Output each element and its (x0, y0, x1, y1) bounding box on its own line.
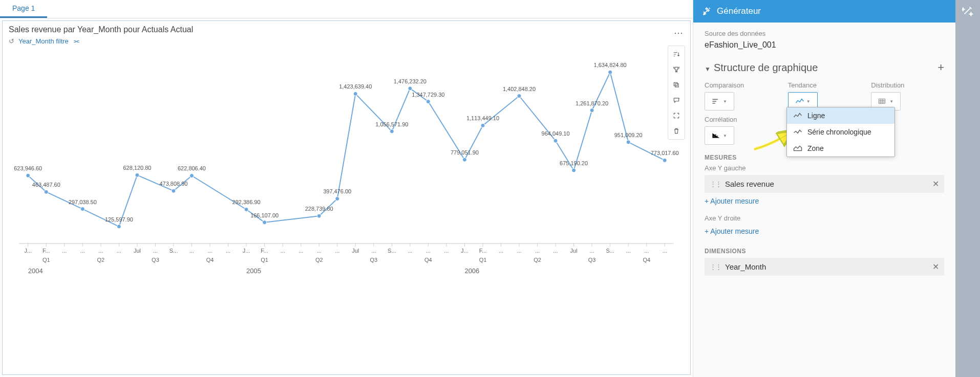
svg-point-37 (517, 94, 521, 98)
grid-icon (878, 98, 887, 105)
trend-dropdown: Ligne Série chronologique Zone (786, 107, 895, 157)
grip-icon: ⋮⋮ (710, 180, 721, 188)
axis-right-label: Axe Y droite (705, 214, 944, 222)
panel-content: Source des données eFashion_Live_001 ▼St… (693, 23, 955, 377)
svg-text:1,347,729.30: 1,347,729.30 (412, 92, 444, 98)
svg-text:...: ... (535, 248, 540, 254)
svg-text:J...: J... (24, 248, 32, 254)
svg-point-7 (80, 207, 84, 211)
svg-text:1,402,848.20: 1,402,848.20 (503, 86, 536, 92)
svg-text:Q4: Q4 (643, 257, 650, 263)
main-canvas: Page 1 Sales revenue par Year_Month pour… (0, 0, 693, 377)
tab-page-1[interactable]: Page 1 (0, 0, 47, 18)
svg-point-47 (626, 140, 630, 144)
svg-text:...: ... (189, 248, 194, 254)
svg-text:...: ... (317, 248, 322, 254)
svg-point-27 (390, 129, 394, 134)
svg-text:1,261,870.20: 1,261,870.20 (576, 100, 608, 106)
svg-text:...: ... (98, 248, 103, 254)
svg-text:Q3: Q3 (370, 257, 377, 263)
svg-text:...: ... (62, 248, 67, 254)
svg-text:628,120.80: 628,120.80 (123, 165, 151, 171)
chart-filter-row: ↺ Year_Month filtre ⫘ (9, 37, 684, 45)
caret-down-icon: ▼ (705, 65, 711, 73)
svg-point-23 (335, 196, 339, 201)
area-chart-icon (793, 145, 802, 152)
measure-chip[interactable]: ⋮⋮ Sales revenue ✕ (705, 175, 944, 193)
chart-plot: 623,946.60463,487.60297,038.50125,597.90… (9, 45, 684, 291)
magic-wand-icon (962, 5, 973, 16)
back-icon[interactable]: ↺ (9, 37, 14, 45)
timeseries-icon (793, 128, 802, 136)
svg-text:964,049.10: 964,049.10 (542, 130, 570, 137)
dimension-chip[interactable]: ⋮⋮ Year_Month ✕ (705, 258, 944, 276)
chart-filter-label[interactable]: Year_Month filtre (18, 37, 69, 45)
svg-point-41 (572, 168, 576, 172)
struct-label-distribution: Distribution (871, 81, 944, 89)
svg-text:J...: J... (243, 248, 250, 254)
svg-point-45 (608, 70, 612, 74)
svg-text:...: ... (80, 248, 85, 254)
svg-rect-139 (879, 99, 885, 104)
line-chart-svg: 623,946.60463,487.60297,038.50125,597.90… (9, 45, 684, 291)
dimensions-heading: DIMENSIONS (705, 248, 944, 255)
chart-more-button[interactable]: ⋯ (674, 27, 683, 38)
structure-grid: Comparaison ▼ Tendance ▼ Distribution (705, 81, 944, 145)
dropdown-item-timeseries[interactable]: Série chronologique (787, 124, 894, 140)
add-measure-right-link[interactable]: + Ajouter mesure (705, 227, 759, 235)
svg-text:2004: 2004 (28, 267, 43, 275)
svg-text:...: ... (281, 248, 285, 254)
svg-point-35 (481, 123, 485, 127)
struct-btn-correlation[interactable]: ▼ (705, 126, 734, 145)
svg-point-11 (135, 173, 139, 177)
svg-point-9 (117, 225, 121, 229)
remove-dimension-button[interactable]: ✕ (932, 262, 939, 272)
svg-text:1,476,232.20: 1,476,232.20 (394, 78, 427, 84)
tools-icon (701, 6, 712, 16)
svg-point-49 (663, 158, 667, 162)
svg-text:...: ... (517, 248, 521, 254)
page-tabs: Page 1 (0, 0, 693, 18)
svg-text:397,476.00: 397,476.00 (323, 188, 351, 194)
dropdown-item-area[interactable]: Zone (787, 140, 894, 157)
svg-text:Q4: Q4 (424, 257, 432, 263)
svg-text:Jul: Jul (352, 248, 359, 254)
svg-text:Q1: Q1 (479, 257, 487, 263)
struct-btn-comparison[interactable]: ▼ (705, 92, 734, 110)
add-measure-left-link[interactable]: + Ajouter mesure (705, 197, 759, 205)
chart-title: Sales revenue par Year_Month pour Actual… (9, 25, 684, 34)
svg-point-3 (26, 173, 30, 178)
panel-collapse-strip[interactable] (955, 0, 980, 377)
svg-text:1,634,824.80: 1,634,824.80 (594, 62, 627, 68)
svg-text:...: ... (644, 248, 649, 254)
struct-label-comparison: Comparaison (705, 81, 778, 89)
svg-point-33 (462, 158, 466, 162)
svg-text:2005: 2005 (246, 267, 261, 275)
svg-text:Q2: Q2 (534, 257, 541, 263)
svg-text:...: ... (117, 248, 121, 254)
svg-point-140 (713, 136, 714, 137)
svg-text:622,806.40: 622,806.40 (178, 165, 206, 171)
svg-point-13 (172, 189, 176, 193)
source-value[interactable]: eFashion_Live_001 (705, 40, 944, 50)
chart-widget[interactable]: Sales revenue par Year_Month pour Actual… (2, 20, 691, 375)
builder-panel: Générateur Source des données eFashion_L… (693, 0, 980, 377)
section-structure-title[interactable]: ▼Structure de graphique (705, 62, 818, 74)
svg-text:F...: F... (479, 248, 487, 254)
svg-text:125,597.90: 125,597.90 (105, 216, 133, 223)
svg-text:...: ... (553, 248, 558, 254)
svg-text:779,051.90: 779,051.90 (451, 149, 479, 156)
svg-text:228,739.80: 228,739.80 (305, 206, 333, 212)
svg-text:S...: S... (388, 248, 396, 254)
svg-text:1,423,639.40: 1,423,639.40 (339, 83, 372, 90)
add-structure-button[interactable]: + (938, 61, 944, 74)
dropdown-item-line[interactable]: Ligne (787, 107, 894, 124)
remove-measure-button[interactable]: ✕ (932, 179, 939, 189)
grip-icon: ⋮⋮ (710, 263, 721, 271)
svg-point-39 (553, 139, 558, 143)
svg-point-17 (244, 207, 248, 211)
link-icon[interactable]: ⫘ (73, 37, 79, 45)
svg-point-25 (353, 92, 357, 96)
svg-text:Jul: Jul (134, 248, 141, 254)
svg-text:1,113,449.10: 1,113,449.10 (466, 115, 499, 121)
